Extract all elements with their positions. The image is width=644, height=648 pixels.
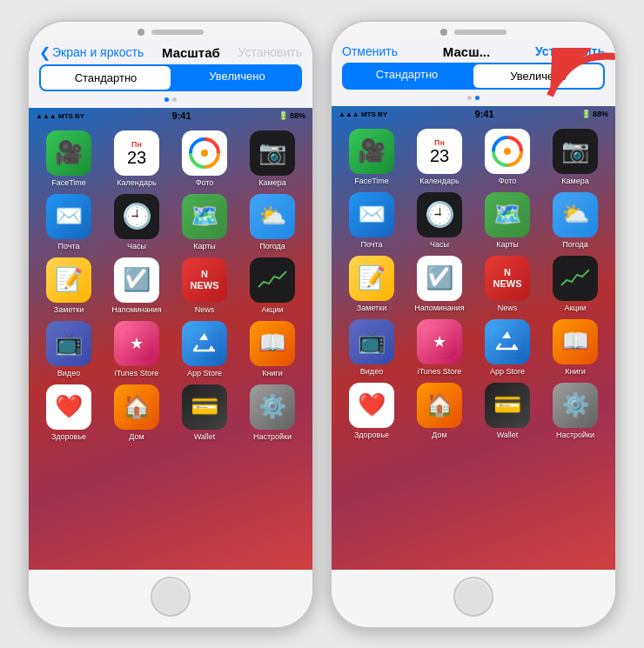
cancel-button-right[interactable]: Отменить — [342, 44, 398, 58]
app-photos-left[interactable]: Фото — [173, 130, 236, 187]
app-itunes-left[interactable]: ★ iTunes Store — [105, 321, 168, 377]
back-label-left: Экран и яркость — [52, 45, 144, 59]
app-home-left[interactable]: 🏠 Дом — [105, 384, 168, 441]
home-status-bar-right: ▲▲▲ MTS BY 9:41 🔋 88% — [332, 106, 615, 122]
app-settings-right[interactable]: ⚙️ Настройки — [544, 383, 607, 439]
app-label-video-left: Видео — [57, 369, 80, 377]
app-clock-right[interactable]: 🕘 Часы — [408, 192, 471, 249]
app-health-left[interactable]: ❤️ Здоровье — [37, 384, 100, 441]
app-icon-mail-right: ✉️ — [349, 192, 394, 237]
app-wallet-right[interactable]: 💳 Wallet — [476, 383, 539, 439]
app-label-reminders-left: Напоминания — [111, 305, 161, 314]
app-label-video-right: Видео — [360, 367, 383, 376]
front-camera-left — [138, 29, 144, 36]
app-label-home-left: Дом — [129, 432, 144, 441]
app-label-appstore-right: App Store — [490, 367, 525, 376]
app-reminders-left[interactable]: ☑️ Напоминания — [105, 257, 168, 314]
app-settings-left[interactable]: ⚙️ Настройки — [241, 384, 304, 441]
app-reminders-right[interactable]: ☑️ Напоминания — [408, 256, 471, 312]
app-facetime-right[interactable]: 🎥 FaceTime — [340, 129, 403, 185]
app-icon-facetime-left: 🎥 — [46, 130, 91, 176]
segment-control-right[interactable]: Стандартно Увеличено — [342, 63, 605, 90]
app-label-stocks-right: Акции — [564, 304, 586, 312]
app-books-left[interactable]: 📖 Книги — [241, 321, 304, 377]
app-notes-left[interactable]: 📝 Заметки — [37, 257, 100, 314]
cancel-label-right: Отменить — [342, 44, 398, 58]
app-label-facetime-left: FaceTime — [51, 178, 86, 187]
screen-left: ❮ Экран и яркость Масштаб Установить Ста… — [29, 39, 312, 570]
app-label-maps-right: Карты — [496, 240, 519, 249]
settings-bar-left: ❮ Экран и яркость Масштаб Установить Ста… — [29, 39, 312, 108]
segment-enlarged-right[interactable]: Увеличено — [473, 64, 603, 88]
app-books-right[interactable]: 📖 Книги — [544, 319, 607, 376]
app-label-mail-right: Почта — [361, 240, 383, 249]
app-icon-calendar-right: Пн 23 — [417, 129, 462, 174]
svg-point-10 — [504, 148, 511, 155]
app-label-news-left: News — [195, 305, 215, 314]
app-label-settings-left: Настройки — [253, 432, 292, 441]
app-label-stocks-left: Акции — [261, 305, 283, 314]
home-button-right[interactable] — [453, 577, 493, 617]
app-icon-reminders-left: ☑️ — [114, 257, 159, 303]
dot-1-right — [467, 96, 472, 100]
app-grid-left: 🎥 FaceTime Пн 23 Календарь — [29, 124, 312, 448]
settings-title-right: Масш... — [443, 44, 490, 59]
app-icon-books-left: 📖 — [250, 321, 295, 366]
app-health-right[interactable]: ❤️ Здоровье — [340, 383, 403, 439]
app-photos-right[interactable]: Фото — [476, 129, 539, 185]
home-status-right-right: 🔋 88% — [581, 110, 608, 118]
segment-standard-right[interactable]: Стандартно — [342, 63, 472, 90]
app-icon-appstore-right — [485, 319, 530, 364]
action-button-left[interactable]: Установить — [238, 45, 302, 59]
app-weather-left[interactable]: ⛅ Погода — [241, 194, 304, 251]
app-icon-health-right: ❤️ — [349, 383, 394, 428]
app-label-books-right: Книги — [565, 367, 586, 376]
app-icon-wallet-right: 💳 — [485, 383, 530, 428]
back-button-left[interactable]: ❮ Экран и яркость — [39, 44, 144, 61]
app-home-right[interactable]: 🏠 Дом — [408, 383, 471, 439]
app-stocks-left[interactable]: Акции — [241, 257, 304, 314]
app-icon-reminders-right: ☑️ — [417, 256, 462, 301]
dot-2-left — [172, 97, 177, 102]
app-icon-wallet-left: 💳 — [182, 384, 227, 430]
segment-standard-left[interactable]: Стандартно — [41, 66, 171, 90]
app-icon-facetime-right: 🎥 — [349, 129, 394, 174]
action-button-right[interactable]: Установить — [535, 44, 605, 58]
app-icon-books-right: 📖 — [553, 319, 598, 364]
svg-text:★: ★ — [433, 333, 446, 351]
app-camera-right[interactable]: 📷 Камера — [544, 129, 607, 185]
app-label-camera-right: Камера — [561, 177, 588, 185]
phone-top-hardware-left — [29, 22, 312, 39]
app-maps-right[interactable]: 🗺️ Карты — [476, 192, 539, 249]
app-video-right[interactable]: 📺 Видео — [340, 319, 403, 376]
app-news-left[interactable]: NNEWS News — [173, 257, 236, 314]
app-notes-right[interactable]: 📝 Заметки — [340, 256, 403, 312]
app-clock-left[interactable]: 🕘 Часы — [105, 194, 168, 251]
phone-left: ❮ Экран и яркость Масштаб Установить Ста… — [27, 20, 314, 629]
app-maps-left[interactable]: 🗺️ Карты — [173, 194, 236, 251]
app-camera-left[interactable]: 📷 Камера — [241, 130, 304, 187]
app-calendar-right[interactable]: Пн 23 Календарь — [408, 129, 471, 185]
app-appstore-right[interactable]: App Store — [476, 319, 539, 376]
app-stocks-right[interactable]: Акции — [544, 256, 607, 312]
app-calendar-left[interactable]: Пн 23 Календарь — [105, 130, 168, 187]
app-icon-stocks-right — [553, 256, 598, 301]
app-label-facetime-right: FaceTime — [354, 177, 389, 185]
app-video-left[interactable]: 📺 Видео — [37, 321, 100, 377]
front-camera-right — [440, 29, 447, 36]
app-weather-right[interactable]: ⛅ Погода — [544, 192, 607, 249]
segment-control-left[interactable]: Стандартно Увеличено — [39, 64, 302, 91]
app-icon-camera-left: 📷 — [250, 130, 295, 176]
app-facetime-left[interactable]: 🎥 FaceTime — [37, 130, 100, 187]
app-wallet-left[interactable]: 💳 Wallet — [173, 384, 236, 441]
home-button-left[interactable] — [151, 577, 191, 617]
segment-enlarged-left[interactable]: Увеличено — [172, 64, 302, 91]
app-appstore-left[interactable]: App Store — [173, 321, 236, 377]
app-mail-left[interactable]: ✉️ Почта — [37, 194, 100, 251]
segment-dots-right — [342, 93, 605, 103]
app-itunes-right[interactable]: ★ iTunes Store — [408, 319, 471, 376]
app-news-right[interactable]: NNEWS News — [476, 256, 539, 312]
app-label-settings-right: Настройки — [556, 431, 594, 439]
settings-nav-left: ❮ Экран и яркость Масштаб Установить — [39, 44, 302, 61]
app-mail-right[interactable]: ✉️ Почта — [340, 192, 403, 249]
